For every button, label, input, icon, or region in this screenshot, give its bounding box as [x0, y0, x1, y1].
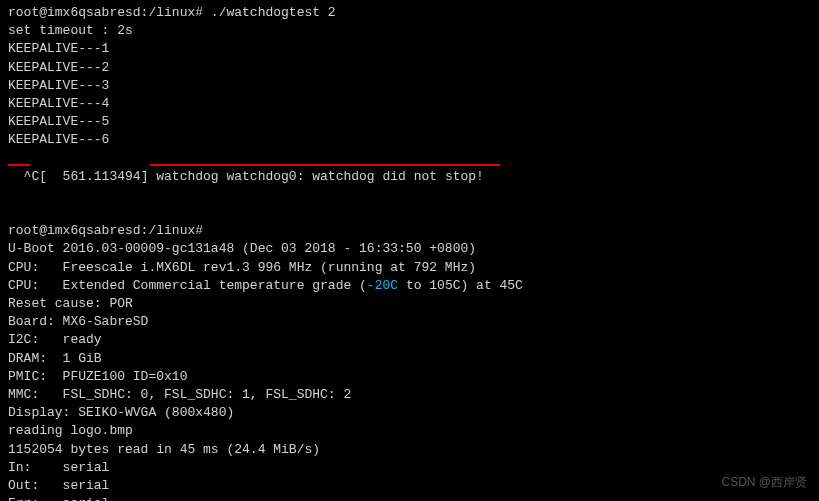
terminal-line: KEEPALIVE---6 [8, 131, 811, 149]
terminal-line: KEEPALIVE---3 [8, 77, 811, 95]
terminal-line: PMIC: PFUZE100 ID=0x10 [8, 368, 811, 386]
terminal-line: In: serial [8, 459, 811, 477]
terminal-line: DRAM: 1 GiB [8, 350, 811, 368]
terminal-line: KEEPALIVE---4 [8, 95, 811, 113]
watermark: CSDN @西岸贤 [721, 474, 807, 491]
terminal-line: CPU: Freescale i.MX6DL rev1.3 996 MHz (r… [8, 259, 811, 277]
annotation-underline [8, 164, 30, 166]
terminal-line: Out: serial [8, 477, 811, 495]
terminal-line: U-Boot 2016.03-00009-gc131a48 (Dec 03 20… [8, 240, 811, 258]
terminal-line: set timeout : 2s [8, 22, 811, 40]
terminal-line: Board: MX6-SabreSD [8, 313, 811, 331]
text-segment: CPU: Extended Commercial temperature gra… [8, 278, 367, 293]
terminal-line: reading logo.bmp [8, 422, 811, 440]
terminal-line: I2C: ready [8, 331, 811, 349]
terminal-line: KEEPALIVE---2 [8, 59, 811, 77]
terminal-prompt: root@imx6qsabresd:/linux# [8, 222, 811, 240]
terminal-line: Reset cause: POR [8, 295, 811, 313]
ctrlc-text: ^C[ 561.113494] watchdog watchdog0: watc… [24, 169, 484, 184]
text-segment: to 105C) at 45C [398, 278, 523, 293]
annotation-underline [150, 164, 500, 166]
terminal-line: 1152054 bytes read in 45 ms (24.4 MiB/s) [8, 441, 811, 459]
temp-negative: -20C [367, 278, 398, 293]
terminal-line: root@imx6qsabresd:/linux# ./watchdogtest… [8, 4, 811, 22]
terminal-line: Err: serial [8, 495, 811, 501]
terminal-line: CPU: Extended Commercial temperature gra… [8, 277, 811, 295]
terminal-line: KEEPALIVE---1 [8, 40, 811, 58]
terminal-line: MMC: FSL_SDHC: 0, FSL_SDHC: 1, FSL_SDHC:… [8, 386, 811, 404]
terminal-line-highlighted: ^C[ 561.113494] watchdog watchdog0: watc… [8, 150, 811, 223]
terminal-line: KEEPALIVE---5 [8, 113, 811, 131]
terminal-line: Display: SEIKO-WVGA (800x480) [8, 404, 811, 422]
